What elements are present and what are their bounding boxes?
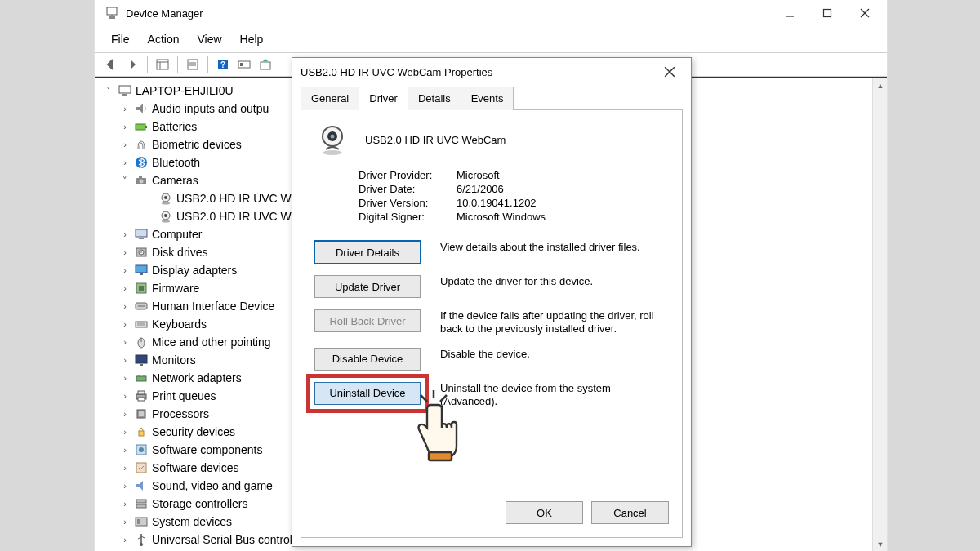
usb-icon (134, 532, 149, 547)
hid-icon (134, 299, 149, 313)
security-icon (134, 424, 149, 439)
svg-rect-0 (107, 7, 117, 15)
svg-rect-58 (139, 431, 144, 436)
driver-details-button[interactable]: Driver Details (314, 241, 421, 264)
back-button[interactable] (101, 55, 121, 74)
webcam-icon (158, 209, 173, 224)
svg-rect-7 (157, 60, 168, 69)
svg-point-24 (140, 180, 144, 184)
swcomp-icon (134, 442, 149, 457)
disable-device-button[interactable]: Disable Device (314, 348, 421, 371)
roll-back-driver-button: Roll Back Driver (314, 309, 421, 332)
svg-rect-25 (139, 176, 142, 178)
svg-point-28 (162, 202, 170, 205)
tab-details[interactable]: Details (408, 87, 461, 110)
svg-rect-40 (139, 286, 144, 291)
svg-point-36 (140, 251, 142, 253)
svg-rect-54 (138, 391, 145, 394)
action-description: Update the driver for this device. (440, 275, 669, 288)
device-name: USB2.0 HD IR UVC WebCam (365, 134, 506, 146)
svg-rect-57 (139, 411, 144, 416)
menubar: File Action View Help (95, 26, 887, 52)
printer-icon (134, 389, 149, 403)
menu-view[interactable]: View (189, 31, 229, 47)
computer-icon (118, 83, 132, 98)
cpu-icon (134, 407, 149, 421)
system-icon (134, 514, 149, 529)
menu-file[interactable]: File (103, 31, 138, 47)
svg-rect-32 (136, 229, 147, 237)
firmware-icon (134, 281, 149, 295)
scan-hardware-button[interactable] (234, 55, 254, 74)
webcam-icon (158, 191, 173, 206)
biometric-icon (134, 137, 149, 152)
update-driver-button[interactable]: Update Driver (314, 275, 421, 298)
vertical-scrollbar[interactable]: ▲ ▼ (872, 78, 887, 551)
svg-point-27 (164, 196, 167, 199)
svg-text:?: ? (220, 60, 225, 69)
svg-rect-17 (261, 62, 270, 69)
show-hidden-button[interactable] (153, 55, 172, 74)
svg-point-72 (323, 150, 342, 155)
properties-dialog: USB2.0 HD IR UVC WebCam Properties Gener… (292, 57, 692, 547)
forward-button[interactable] (122, 55, 142, 74)
webcam-icon (314, 122, 350, 158)
dialog-close-button[interactable] (657, 59, 683, 85)
dialog-tabs: GeneralDriverDetailsEvents (292, 86, 691, 109)
update-driver-toolbar-button[interactable] (256, 55, 275, 74)
tab-driver[interactable]: Driver (359, 87, 408, 110)
swdev-icon (134, 460, 149, 475)
audio-icon (134, 101, 149, 116)
keyboard-icon (134, 317, 149, 331)
close-button[interactable] (846, 0, 884, 26)
svg-rect-38 (140, 273, 143, 275)
network-icon (134, 371, 149, 385)
scroll-down-button[interactable]: ▼ (873, 537, 888, 551)
storage-icon (134, 496, 149, 511)
svg-rect-19 (122, 94, 127, 96)
uninstall-device-button[interactable]: Uninstall Device (314, 382, 421, 405)
properties-button[interactable] (183, 55, 203, 74)
computer-icon (134, 227, 149, 242)
svg-point-71 (331, 135, 335, 139)
action-description: View details about the installed driver … (440, 241, 669, 254)
svg-rect-4 (824, 10, 831, 17)
scroll-up-button[interactable]: ▲ (873, 78, 888, 93)
titlebar: Device Manager (95, 0, 887, 26)
svg-rect-20 (136, 124, 145, 130)
driver-info-row: Driver Version:10.0.19041.1202 (359, 197, 669, 209)
svg-rect-16 (240, 63, 243, 66)
driver-info-row: Digital Signer:Microsoft Windows (359, 211, 669, 223)
bluetooth-icon (134, 155, 149, 170)
sound-icon (134, 478, 149, 493)
monitor-icon (134, 353, 149, 367)
svg-point-31 (162, 220, 170, 223)
help-toolbar-button[interactable]: ? (213, 55, 233, 74)
menu-action[interactable]: Action (140, 31, 188, 47)
ok-button[interactable]: OK (506, 501, 583, 524)
action-description: If the device fails after updating the d… (440, 309, 669, 336)
action-description: Disable the device. (440, 348, 669, 361)
cancel-button[interactable]: Cancel (591, 501, 669, 524)
battery-icon (134, 119, 149, 134)
svg-rect-18 (119, 86, 131, 93)
svg-point-66 (140, 543, 143, 546)
svg-rect-21 (145, 126, 147, 128)
driver-info-row: Driver Date:6/21/2006 (359, 183, 669, 195)
svg-rect-50 (136, 376, 146, 381)
svg-rect-48 (136, 355, 147, 363)
tab-events[interactable]: Events (461, 87, 514, 110)
svg-rect-65 (137, 519, 140, 524)
tab-general[interactable]: General (301, 87, 359, 110)
maximize-button[interactable] (808, 0, 846, 26)
dialog-title: USB2.0 HD IR UVC WebCam Properties (301, 66, 492, 78)
svg-rect-10 (188, 60, 198, 69)
menu-help[interactable]: Help (232, 31, 272, 47)
svg-rect-49 (140, 364, 143, 366)
driver-info-row: Driver Provider:Microsoft (359, 169, 669, 181)
svg-point-60 (139, 447, 144, 452)
devmgr-icon (105, 6, 119, 20)
minimize-button[interactable] (771, 0, 808, 26)
disk-icon (134, 245, 149, 260)
svg-rect-1 (109, 16, 115, 19)
